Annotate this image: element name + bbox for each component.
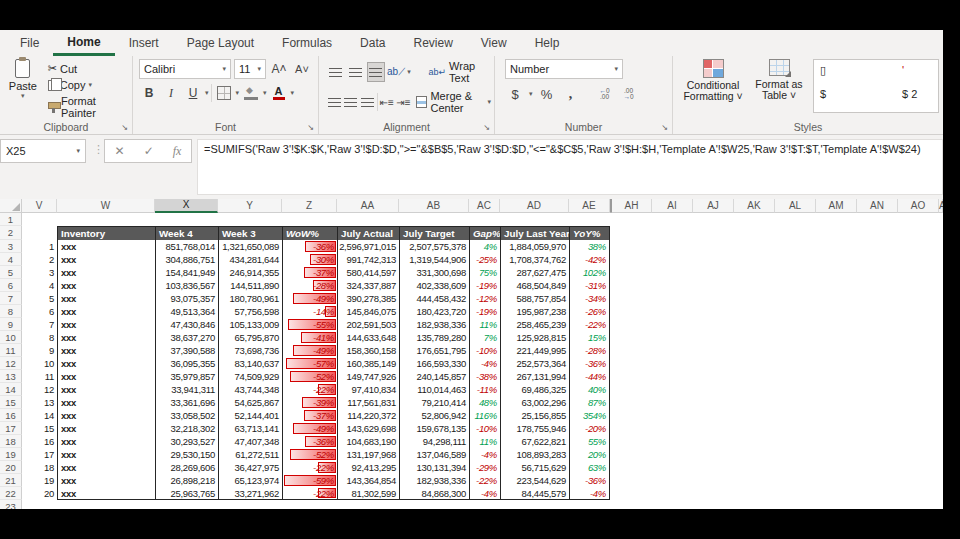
cell-july-last-year[interactable]: 178,755,946: [500, 422, 569, 435]
cell-yoy[interactable]: -28%: [569, 344, 610, 357]
cell-july-target[interactable]: 130,131,394: [399, 461, 469, 474]
cell-july-actual[interactable]: 2,596,971,015: [337, 240, 399, 253]
cell-july-target[interactable]: 180,423,720: [399, 305, 469, 318]
wrap-text-button[interactable]: ab↵ Wrap Text: [425, 59, 494, 85]
cell-july-last-year[interactable]: 63,002,296: [500, 396, 569, 409]
cell-gap[interactable]: -11%: [469, 383, 500, 396]
cell-july-last-year[interactable]: 125,928,815: [500, 331, 569, 344]
cell-wow[interactable]: -57%: [282, 357, 337, 370]
tab-formulas[interactable]: Formulas: [268, 30, 346, 56]
cell-yoy[interactable]: 38%: [569, 240, 610, 253]
table-header-july-target[interactable]: July Target: [399, 226, 469, 240]
cell-july-actual[interactable]: 580,414,597: [337, 266, 399, 279]
cell-july-target[interactable]: 402,338,609: [399, 279, 469, 292]
row-header-23[interactable]: 23: [0, 500, 22, 509]
top-align-button[interactable]: [327, 62, 345, 82]
cell-july-target[interactable]: 176,651,795: [399, 344, 469, 357]
cell-july-last-year[interactable]: 287,627,475: [500, 266, 569, 279]
cell-week3[interactable]: 54,625,867: [218, 396, 282, 409]
cell-inventory[interactable]: xxx: [57, 435, 155, 448]
cell-july-last-year[interactable]: 67,622,821: [500, 435, 569, 448]
cell-inventory[interactable]: xxx: [57, 331, 155, 344]
paste-button[interactable]: Paste ▾: [5, 59, 41, 120]
row-header-18[interactable]: 18: [0, 435, 22, 448]
cell-week4[interactable]: 25,963,765: [155, 487, 218, 500]
cell-july-actual[interactable]: 202,591,503: [337, 318, 399, 331]
row-header-16[interactable]: 16: [0, 409, 22, 422]
column-header-AP[interactable]: AP: [939, 199, 943, 213]
alignment-dialog-launcher[interactable]: ↘: [482, 123, 491, 132]
cell-yoy[interactable]: 102%: [569, 266, 610, 279]
cell-july-target[interactable]: 2,507,575,378: [399, 240, 469, 253]
format-as-table-button[interactable]: Format as Table ˅: [751, 59, 807, 101]
column-header-AH[interactable]: AH: [612, 199, 652, 213]
row-header-8[interactable]: 8: [0, 305, 22, 318]
cell-week4[interactable]: 35,979,857: [155, 370, 218, 383]
cell-wow[interactable]: -41%: [282, 331, 337, 344]
row-index[interactable]: 14: [22, 409, 57, 422]
cell-week3[interactable]: 43,744,348: [218, 383, 282, 396]
copy-button[interactable]: Copy ▾: [45, 78, 132, 92]
cell-week3[interactable]: 65,123,974: [218, 474, 282, 487]
row-index[interactable]: 13: [22, 396, 57, 409]
cell-inventory[interactable]: xxx: [57, 409, 155, 422]
row-index[interactable]: 20: [22, 487, 57, 500]
cell-july-target[interactable]: 110,014,463: [399, 383, 469, 396]
table-header-gap[interactable]: Gap%: [469, 226, 500, 240]
cell-yoy[interactable]: -4%: [569, 487, 610, 500]
row-index[interactable]: 7: [22, 318, 57, 331]
cell-style-item[interactable]: $ 2: [902, 88, 917, 100]
cell-inventory[interactable]: xxx: [57, 253, 155, 266]
cell-week4[interactable]: 304,886,751: [155, 253, 218, 266]
row-header-5[interactable]: 5: [0, 266, 22, 279]
cell-july-target[interactable]: 84,868,300: [399, 487, 469, 500]
tab-insert[interactable]: Insert: [115, 30, 173, 56]
cell-inventory[interactable]: xxx: [57, 487, 155, 500]
cell-july-actual[interactable]: 149,747,926: [337, 370, 399, 383]
cell-week3[interactable]: 61,272,511: [218, 448, 282, 461]
tab-view[interactable]: View: [467, 30, 521, 56]
cell-gap[interactable]: 11%: [469, 435, 500, 448]
row-index[interactable]: 15: [22, 422, 57, 435]
row-index[interactable]: 11: [22, 370, 57, 383]
cell-wow[interactable]: -22%: [282, 383, 337, 396]
formula-input[interactable]: =SUMIFS('Raw 3'!$K:$K,'Raw 3'!$D:$D,">="…: [197, 139, 943, 195]
align-left-button[interactable]: [327, 92, 342, 112]
cell-july-last-year[interactable]: 223,544,629: [500, 474, 569, 487]
cell-inventory[interactable]: xxx: [57, 266, 155, 279]
cell-week3[interactable]: 1,321,650,089: [218, 240, 282, 253]
cell-july-actual[interactable]: 144,633,648: [337, 331, 399, 344]
column-header-W[interactable]: W: [57, 199, 155, 213]
cell-wow[interactable]: -36%: [282, 240, 337, 253]
chevron-down-icon[interactable]: ▾: [529, 90, 533, 98]
enter-button[interactable]: ✓: [144, 144, 154, 158]
cell-yoy[interactable]: -42%: [569, 253, 610, 266]
cell-week4[interactable]: 49,513,364: [155, 305, 218, 318]
select-all-corner[interactable]: [0, 199, 22, 213]
cell-wow[interactable]: -14%: [282, 305, 337, 318]
table-header-july-last-year[interactable]: July Last Year: [500, 226, 569, 240]
bottom-align-button[interactable]: [367, 62, 385, 82]
cell-gap[interactable]: -22%: [469, 474, 500, 487]
row-header-3[interactable]: 3: [0, 240, 22, 253]
cell-july-target[interactable]: 331,300,698: [399, 266, 469, 279]
cell-july-actual[interactable]: 104,683,190: [337, 435, 399, 448]
cell-wow[interactable]: -52%: [282, 448, 337, 461]
comma-style-button[interactable]: ,: [561, 84, 581, 104]
cell-week3[interactable]: 105,133,009: [218, 318, 282, 331]
cell-week3[interactable]: 57,756,598: [218, 305, 282, 318]
font-color-button[interactable]: A: [269, 83, 289, 103]
cell-july-target[interactable]: 79,210,414: [399, 396, 469, 409]
cell-yoy[interactable]: -44%: [569, 370, 610, 383]
cell-gap[interactable]: -12%: [469, 292, 500, 305]
chevron-down-icon[interactable]: ▾: [263, 89, 267, 97]
chevron-down-icon[interactable]: ▾: [291, 89, 295, 97]
cell-inventory[interactable]: xxx: [57, 396, 155, 409]
chevron-down-icon[interactable]: ▾: [205, 89, 209, 97]
cell-inventory[interactable]: xxx: [57, 474, 155, 487]
tab-review[interactable]: Review: [399, 30, 466, 56]
cell-wow[interactable]: -59%: [282, 474, 337, 487]
cell-week4[interactable]: 33,941,311: [155, 383, 218, 396]
cell-gap[interactable]: -19%: [469, 279, 500, 292]
clipboard-dialog-launcher[interactable]: ↘: [120, 123, 129, 132]
